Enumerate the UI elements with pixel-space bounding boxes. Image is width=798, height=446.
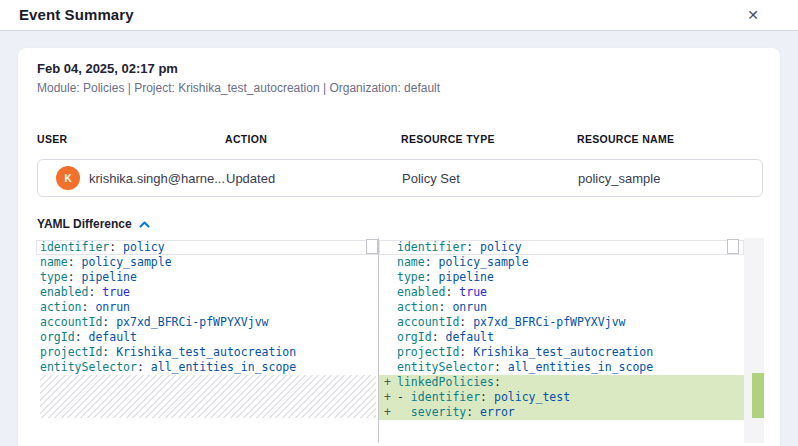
code-line: orgId: default: [379, 330, 744, 345]
diff-added-marker: [752, 373, 764, 418]
code-line: enabled: true: [36, 285, 378, 300]
modal-header: Event Summary ✕: [0, 0, 798, 31]
avatar: K: [56, 166, 80, 190]
close-button[interactable]: ✕: [741, 3, 765, 27]
code-line: entitySelector: all_entities_in_scope: [36, 360, 378, 375]
code-line: orgId: default: [36, 330, 378, 345]
avatar-letter: K: [64, 173, 71, 184]
yaml-difference-header: YAML Difference: [37, 217, 780, 231]
code-line: +linkedPolicies:: [379, 375, 744, 390]
code-line: type: pipeline: [379, 270, 744, 285]
resource-type-cell: Policy Set: [402, 171, 578, 186]
diff-original-lines: identifier: policyname: policy_sampletyp…: [36, 240, 378, 375]
diff-overview-ruler[interactable]: [744, 238, 764, 443]
diff-added-gutter: +: [384, 390, 391, 405]
code-line: identifier: policy: [379, 240, 744, 255]
code-line: enabled: true: [379, 285, 744, 300]
yaml-difference-label: YAML Difference: [37, 217, 132, 231]
column-header-resource-type: RESOURCE TYPE: [401, 133, 577, 145]
diff-pane-original: identifier: policyname: policy_sampletyp…: [36, 238, 378, 446]
user-email: krishika.singh@harne...: [89, 171, 225, 186]
column-header-action: ACTION: [225, 133, 401, 145]
code-line: action: onrun: [36, 300, 378, 315]
event-timestamp: Feb 04, 2025, 02:17 pm: [37, 61, 780, 76]
user-cell: K krishika.singh@harne...: [38, 166, 226, 190]
close-icon: ✕: [747, 7, 759, 23]
code-line: entitySelector: all_entities_in_scope: [379, 360, 744, 375]
scrollbar-thumb[interactable]: [727, 239, 739, 254]
page-title: Event Summary: [19, 0, 134, 30]
code-line: action: onrun: [379, 300, 744, 315]
code-line: accountId: px7xd_BFRCi-pfWPYXVjvw: [36, 315, 378, 330]
event-meta: Module: Policies | Project: Krishika_tes…: [37, 81, 780, 95]
code-line: type: pipeline: [36, 270, 378, 285]
code-line: name: policy_sample: [36, 255, 378, 270]
code-line: accountId: px7xd_BFRCi-pfWPYXVjvw: [379, 315, 744, 330]
code-line: +- identifier: policy_test: [379, 390, 744, 405]
column-header-resource-name: RESOURCE NAME: [577, 133, 763, 145]
table-row: K krishika.singh@harne... Updated Policy…: [37, 159, 763, 197]
action-cell: Updated: [226, 171, 402, 186]
scrollbar-thumb[interactable]: [366, 239, 378, 254]
diff-modified-lines: identifier: policyname: policy_sampletyp…: [379, 240, 744, 420]
resource-name-cell: policy_sample: [578, 171, 762, 186]
diff-pane-modified: identifier: policyname: policy_sampletyp…: [379, 238, 744, 446]
code-line: projectId: Krishika_test_autocreation: [36, 345, 378, 360]
chevron-up-icon: [139, 221, 150, 228]
yaml-collapse-toggle[interactable]: [139, 221, 150, 228]
code-line: + severity: error: [379, 405, 744, 420]
event-summary-card: Feb 04, 2025, 02:17 pm Module: Policies …: [18, 48, 780, 446]
diff-added-gutter: +: [384, 375, 391, 390]
code-line: identifier: policy: [36, 240, 378, 255]
column-header-user: USER: [37, 133, 225, 145]
code-line: name: policy_sample: [379, 255, 744, 270]
diff-added-gutter: +: [384, 405, 391, 420]
diff-empty-region: [40, 375, 376, 418]
code-line: projectId: Krishika_test_autocreation: [379, 345, 744, 360]
table-header: USER ACTION RESOURCE TYPE RESOURCE NAME: [37, 133, 763, 145]
yaml-diff-editor[interactable]: identifier: policyname: policy_sampletyp…: [36, 238, 764, 446]
page-background: Feb 04, 2025, 02:17 pm Module: Policies …: [0, 31, 798, 446]
